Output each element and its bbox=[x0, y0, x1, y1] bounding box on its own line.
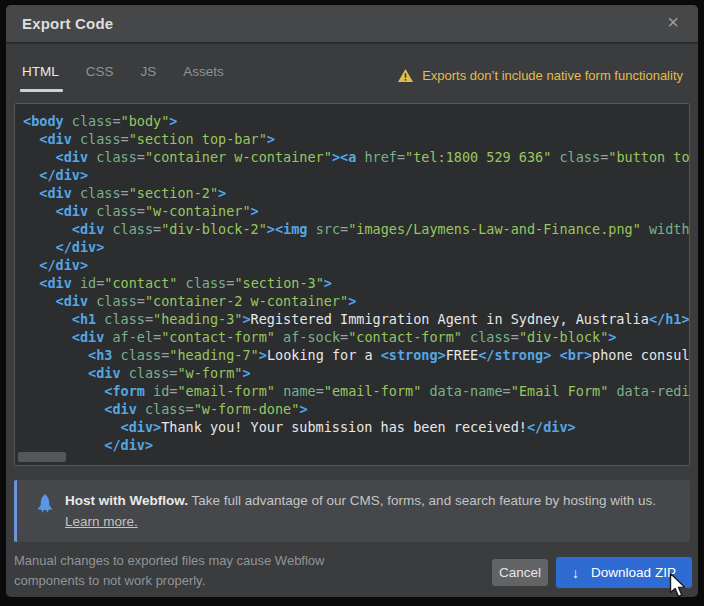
code-content: <body class="body"> <div class="section … bbox=[15, 104, 689, 454]
code-line: </div> bbox=[23, 256, 689, 274]
close-icon[interactable]: × bbox=[660, 9, 686, 35]
code-line: <div class="div-block-2"><img src="image… bbox=[23, 220, 689, 238]
code-line: <div class="container w-container"><a hr… bbox=[23, 148, 689, 166]
code-line: <form id="email-form" name="email-form" … bbox=[23, 382, 689, 400]
tabs: HTMLCSSJSAssets bbox=[22, 64, 224, 92]
banner-title: Host with Webflow. bbox=[65, 493, 188, 508]
export-warning: Exports don’t include native form functi… bbox=[398, 68, 683, 83]
code-line: <div class="w-form-done"> bbox=[23, 400, 689, 418]
footer-note-line1: Manual changes to exported files may cau… bbox=[14, 551, 324, 571]
code-line: <div class="container-2 w-container"> bbox=[23, 292, 689, 310]
dialog-header: Export Code × bbox=[6, 5, 698, 44]
code-line: <div class="section top-bar"> bbox=[23, 130, 689, 148]
horizontal-scrollbar-thumb[interactable] bbox=[18, 452, 66, 462]
banner-text-block: Host with Webflow. Take full advantage o… bbox=[65, 490, 656, 532]
tab-assets[interactable]: Assets bbox=[183, 64, 224, 92]
host-banner: Host with Webflow. Take full advantage o… bbox=[14, 480, 690, 542]
export-code-dialog: Export Code × HTMLCSSJSAssets Exports do… bbox=[6, 5, 698, 597]
warning-triangle-icon bbox=[398, 69, 413, 82]
dialog-title: Export Code bbox=[22, 15, 113, 32]
tab-css[interactable]: CSS bbox=[86, 64, 114, 92]
code-panel[interactable]: <body class="body"> <div class="section … bbox=[14, 103, 690, 466]
footer-note-line2: components to not work properly. bbox=[14, 571, 324, 591]
download-zip-button[interactable]: ↓ Download ZIP bbox=[556, 557, 692, 588]
download-zip-label: Download ZIP bbox=[591, 565, 676, 580]
tab-js[interactable]: JS bbox=[141, 64, 157, 92]
code-line: </div> bbox=[23, 166, 689, 184]
warning-text: Exports don’t include native form functi… bbox=[422, 68, 683, 83]
code-line: </div> bbox=[23, 436, 689, 454]
download-arrow-icon: ↓ bbox=[572, 565, 579, 581]
tab-html[interactable]: HTML bbox=[22, 64, 59, 92]
cancel-button[interactable]: Cancel bbox=[492, 559, 548, 586]
code-line: <div id="contact" class="section-3"> bbox=[23, 274, 689, 292]
footer-note: Manual changes to exported files may cau… bbox=[14, 551, 324, 591]
code-line: <h1 class="heading-3">Registered Immigra… bbox=[23, 310, 689, 328]
code-line: <div class="w-container"> bbox=[23, 202, 689, 220]
code-line: <div class="section-2"> bbox=[23, 184, 689, 202]
banner-message: Take full advantage of our CMS, forms, a… bbox=[188, 493, 656, 508]
rocket-icon bbox=[34, 493, 56, 517]
learn-more-link[interactable]: Learn more. bbox=[65, 514, 138, 529]
code-line: </div> bbox=[23, 238, 689, 256]
tab-bar: HTMLCSSJSAssets Exports don’t include na… bbox=[6, 46, 698, 102]
code-line: <h3 class="heading-7">Looking for a <str… bbox=[23, 346, 689, 364]
code-line: <body class="body"> bbox=[23, 112, 689, 130]
code-line: <div>Thank you! Your submission has been… bbox=[23, 418, 689, 436]
code-line: <div af-el="contact-form" af-sock="conta… bbox=[23, 328, 689, 346]
code-line: <div class="w-form"> bbox=[23, 364, 689, 382]
